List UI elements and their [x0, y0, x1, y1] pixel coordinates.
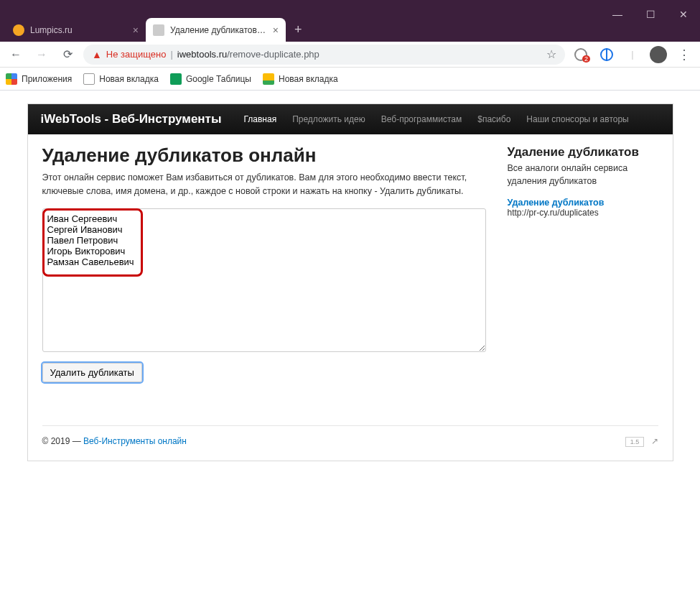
- bookmark-newtab2[interactable]: Новая вкладка: [263, 73, 338, 85]
- favicon-icon: [153, 24, 164, 36]
- favicon-icon: [13, 24, 24, 36]
- nav-link-suggest[interactable]: Предложить идею: [284, 114, 373, 124]
- bookmark-newtab[interactable]: Новая вкладка: [83, 73, 159, 85]
- sidebar-heading: Удаление дубликатов: [508, 145, 658, 160]
- sheets-icon: [170, 73, 182, 85]
- sidebar-link-url: http://pr-cy.ru/duplicates: [508, 208, 658, 218]
- separator: |: [622, 45, 643, 65]
- browser-tab-lumpics[interactable]: Lumpics.ru ×: [6, 18, 146, 42]
- nav-link-sponsors[interactable]: Наши спонсоры и авторы: [518, 114, 636, 124]
- footer-link[interactable]: Веб-Инструменты онлайн: [83, 436, 187, 446]
- apps-icon: [6, 73, 17, 85]
- close-window-button[interactable]: ✕: [667, 0, 700, 29]
- security-status: Не защищено: [106, 49, 167, 60]
- nav-link-thanks[interactable]: $пасибо: [470, 114, 518, 124]
- extension-icon[interactable]: [571, 45, 591, 65]
- reload-button[interactable]: ⟳: [57, 45, 78, 65]
- footer-copyright: © 2019 — Веб-Инструменты онлайн: [42, 436, 187, 446]
- site-navbar: iWebTools - Веб-Инструменты Главная Пред…: [28, 104, 673, 134]
- menu-button[interactable]: ⋮: [674, 45, 694, 65]
- nav-link-main[interactable]: Главная: [235, 114, 284, 124]
- photo-icon: [263, 73, 274, 85]
- browser-tab-iwebtools[interactable]: Удаление дубликатов онлайн ×: [146, 18, 286, 42]
- warning-icon: ▲: [92, 49, 102, 60]
- address-bar[interactable]: ▲ Не защищено | iwebtools.ru/remove-dupl…: [83, 45, 565, 65]
- forward-button[interactable]: →: [32, 45, 52, 65]
- profile-avatar[interactable]: [648, 45, 668, 65]
- duplicates-textarea[interactable]: [42, 208, 486, 352]
- site-brand[interactable]: iWebTools - Веб-Инструменты: [41, 112, 222, 126]
- maximize-button[interactable]: ☐: [634, 0, 667, 29]
- nav-link-devs[interactable]: Веб-программистам: [373, 114, 470, 124]
- file-icon: [83, 73, 95, 85]
- bookmark-star-icon[interactable]: ☆: [546, 47, 556, 61]
- minimize-button[interactable]: —: [601, 0, 634, 29]
- close-icon[interactable]: ×: [133, 24, 139, 36]
- url-text: iwebtools.ru/remove-duplicate.php: [177, 49, 542, 60]
- sidebar-link[interactable]: Удаление дубликатов: [508, 198, 658, 208]
- page-title: Удаление дубликатов онлайн: [42, 144, 486, 167]
- remove-duplicates-button[interactable]: Удалить дубликаты: [42, 363, 142, 382]
- new-tab-button[interactable]: +: [286, 22, 311, 37]
- bookmark-sheets[interactable]: Google Таблицы: [170, 73, 251, 85]
- sidebar-desc: Все аналоги онлайн сервиса удаления дубл…: [508, 162, 658, 188]
- globe-icon[interactable]: [597, 45, 617, 65]
- tab-title: Lumpics.ru: [30, 25, 127, 35]
- page-description: Этот онлайн сервис поможет Вам избавитьс…: [42, 171, 486, 198]
- bookmark-apps[interactable]: Приложения: [6, 73, 72, 85]
- arrow-icon: ↗: [651, 436, 658, 446]
- close-icon[interactable]: ×: [273, 24, 279, 36]
- footer-badge: 1.5: [625, 437, 645, 447]
- back-button[interactable]: ←: [6, 45, 26, 65]
- tab-title: Удаление дубликатов онлайн: [170, 25, 267, 35]
